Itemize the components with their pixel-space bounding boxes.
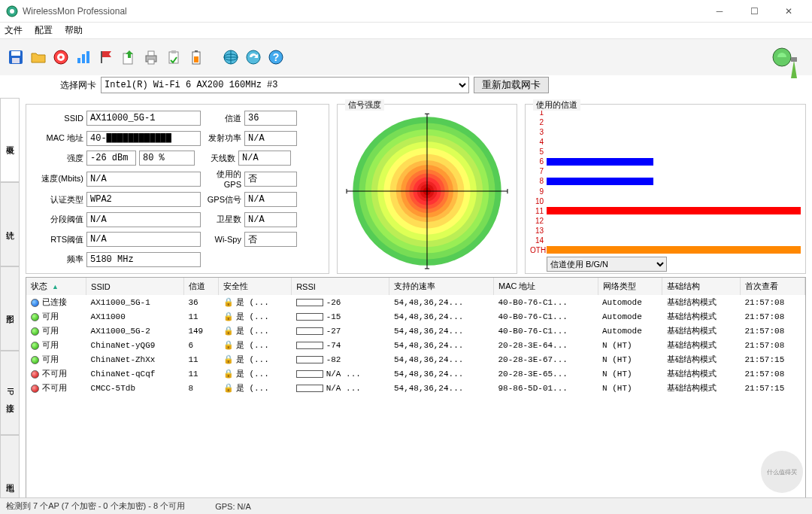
watermark: 什么值得买: [761, 451, 803, 493]
channel-row: 12: [530, 216, 801, 226]
ap-table: 状态▲SSID信道安全性RSSI支持的速率MAC 地址网络类型基础结构首次查看 …: [26, 277, 806, 514]
strength-dbm-field[interactable]: [86, 151, 136, 166]
freq-field[interactable]: [86, 252, 201, 267]
flag-icon[interactable]: [96, 47, 116, 67]
minimize-button[interactable]: ─: [702, 1, 737, 22]
col-header[interactable]: 首次查看: [740, 278, 804, 295]
save-icon[interactable]: [6, 47, 26, 67]
menu-file[interactable]: 文件: [5, 24, 23, 37]
table-row[interactable]: 可用AX11000_5G-2149🔒是 (...-2754,48,36,24..…: [26, 324, 805, 338]
channel-row: 4: [530, 137, 801, 147]
channel-field[interactable]: [244, 111, 297, 126]
battery-icon[interactable]: [186, 47, 206, 67]
channel-row: OTH: [530, 245, 801, 255]
radar-chart: [341, 108, 514, 270]
chart-icon[interactable]: [74, 47, 93, 67]
target-icon[interactable]: [51, 47, 71, 67]
nic-select[interactable]: Intel(R) Wi-Fi 6 AX200 160MHz #3: [101, 77, 469, 93]
app-icon: [6, 5, 18, 17]
auth-field[interactable]: [86, 192, 201, 207]
channel-row: 6: [530, 157, 801, 166]
table-row[interactable]: 可用ChinaNet-yQG96🔒是 (...-7454,48,36,24...…: [26, 338, 805, 352]
channel-row: 14: [530, 236, 801, 245]
ssid-field[interactable]: [86, 111, 201, 126]
globe-icon[interactable]: [221, 47, 241, 67]
status-aps: 检测到 7 个AP (7 个加密 - 0 个未加密) - 8 个可用: [6, 500, 185, 512]
tab-overview[interactable]: 概要: [0, 98, 19, 182]
table-row[interactable]: 可用AX1100011🔒是 (...-1554,48,36,24...40-B0…: [26, 309, 805, 324]
statusbar: 检测到 7 个AP (7 个加密 - 0 个未加密) - 8 个可用 GPS: …: [0, 497, 812, 514]
svg-rect-15: [148, 59, 154, 64]
table-row[interactable]: 已连接AX11000_5G-136🔒是 (...-2654,48,36,24..…: [26, 295, 805, 309]
channel-row: 1: [530, 108, 801, 117]
svg-point-23: [247, 50, 260, 64]
table-row[interactable]: 不可用ChinaNet-qCqf11🔒是 (...N/A ...54,48,36…: [26, 366, 805, 381]
svg-rect-17: [171, 50, 176, 53]
svg-rect-4: [12, 58, 20, 63]
channel-row: 11: [530, 206, 801, 216]
reload-nic-button[interactable]: 重新加载网卡: [474, 77, 549, 93]
txpower-field[interactable]: [244, 131, 297, 146]
channel-row: 2: [530, 117, 801, 127]
channel-row: 5: [530, 147, 801, 157]
channel-row: 13: [530, 226, 801, 236]
export-icon[interactable]: [119, 47, 138, 67]
tab-stats[interactable]: 统计: [0, 182, 19, 266]
wispy-field[interactable]: [244, 232, 297, 247]
help-icon[interactable]: ?: [266, 47, 286, 67]
channel-row: 3: [530, 127, 801, 137]
col-header[interactable]: 安全性: [219, 278, 292, 295]
col-header[interactable]: 网络类型: [598, 278, 662, 295]
channel-mode-select[interactable]: 信道使用 B/G/N: [547, 257, 667, 272]
svg-rect-9: [82, 54, 85, 63]
table-row[interactable]: 可用ChinaNet-ZhXx11🔒是 (...-8254,48,36,24..…: [26, 352, 805, 366]
menubar: 文件 配置 帮助: [0, 23, 812, 39]
channel-row: 8: [530, 176, 801, 186]
svg-rect-19: [195, 50, 198, 52]
channel-panel: 使用的信道 1234567891011121314OTH 信道使用 B/G/N: [525, 104, 806, 274]
table-row[interactable]: 不可用CMCC-5Tdb8🔒是 (...N/A ...54,48,36,24..…: [26, 381, 805, 395]
antennas-field[interactable]: [238, 151, 291, 166]
antenna-icon: [768, 45, 803, 80]
folder-icon[interactable]: [29, 47, 48, 67]
svg-point-7: [59, 56, 62, 59]
svg-rect-27: [791, 57, 797, 62]
col-header[interactable]: SSID: [86, 278, 184, 295]
rts-field[interactable]: [86, 232, 201, 247]
print-icon[interactable]: [141, 47, 161, 67]
svg-rect-20: [194, 56, 198, 62]
menu-help[interactable]: 帮助: [65, 24, 83, 37]
strength-pct-field[interactable]: [139, 151, 195, 166]
gps-signal-field[interactable]: [244, 192, 297, 207]
col-header[interactable]: RSSI: [292, 278, 389, 295]
tab-graph[interactable]: 图形: [0, 266, 19, 351]
refresh-globe-icon[interactable]: [244, 47, 263, 67]
channel-row: 7: [530, 166, 801, 176]
toolbar: ?: [0, 39, 812, 75]
radar-panel: 信号强度: [337, 104, 517, 274]
frag-field[interactable]: [86, 212, 201, 227]
svg-text:?: ?: [273, 51, 280, 63]
maximize-button[interactable]: ☐: [737, 1, 771, 22]
nic-selector-row: 选择网卡 Intel(R) Wi-Fi 6 AX200 160MHz #3 重新…: [0, 75, 812, 98]
sat-field[interactable]: [244, 212, 297, 227]
svg-point-1: [10, 9, 14, 14]
close-button[interactable]: ✕: [771, 1, 806, 22]
clipboard-icon[interactable]: [164, 47, 183, 67]
mac-field[interactable]: [86, 131, 201, 146]
svg-rect-3: [11, 51, 20, 56]
col-header[interactable]: MAC 地址: [493, 278, 598, 295]
gps-used-field[interactable]: [244, 172, 297, 187]
channel-row: 9: [530, 187, 801, 196]
titlebar: WirelessMon Professional ─ ☐ ✕: [0, 0, 812, 23]
col-header[interactable]: 基础结构: [662, 278, 740, 295]
col-header[interactable]: 支持的速率: [389, 278, 494, 295]
svg-rect-10: [86, 51, 89, 63]
col-header[interactable]: 信道: [183, 278, 218, 295]
nic-label: 选择网卡: [57, 79, 96, 92]
side-tabs: 概要 统计 图形 IP 连接 地图: [0, 98, 20, 514]
col-header[interactable]: 状态▲: [26, 278, 86, 295]
tab-ip[interactable]: IP 连接: [0, 351, 19, 435]
rate-field[interactable]: [86, 172, 201, 187]
menu-config[interactable]: 配置: [35, 24, 53, 37]
